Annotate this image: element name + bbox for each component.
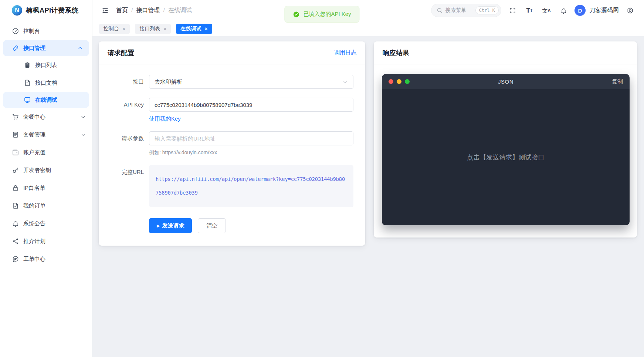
share-icon — [12, 238, 19, 245]
breadcrumb-separator: / — [163, 7, 165, 14]
sidebar-item-tickets[interactable]: 工单中心 — [0, 250, 92, 268]
avatar[interactable]: D — [574, 5, 586, 16]
breadcrumb-item[interactable]: 首页 — [116, 7, 128, 14]
wallet-icon — [12, 149, 19, 156]
tab-控制台[interactable]: 控制台× — [99, 24, 130, 34]
request-config-card: 请求配置 调用日志 接口 去水印解析 — [99, 41, 365, 246]
dashboard-icon — [12, 27, 19, 35]
copy-button[interactable]: 复制 — [612, 78, 623, 85]
api-select-value: 去水印解析 — [155, 78, 182, 85]
toast-notification: 已填入您的API Key — [284, 6, 359, 23]
sidebar-item-api-list[interactable]: 接口列表 — [0, 56, 92, 74]
chevron-down-icon — [80, 114, 86, 120]
sidebar-item-label: 控制台 — [23, 28, 86, 35]
sidebar-item-label: 接口列表 — [35, 62, 86, 69]
sidebar-item-label: 账户充值 — [23, 149, 86, 156]
chevron-down-icon — [342, 79, 348, 85]
translate-icon[interactable]: 文A — [540, 4, 552, 16]
font-size-icon[interactable]: TT — [523, 4, 535, 16]
sidebar: N 楠枫API计费系统 控制台接口管理接口列表接口文档在线调试套餐中心套餐管理账… — [0, 0, 92, 357]
tab-接口列表[interactable]: 接口列表× — [135, 24, 171, 34]
full-url-label: 完整URL — [105, 165, 144, 207]
request-param-hint-row: 例如: https://v.douyin.com/xxx — [149, 149, 353, 156]
response-card-header: 响应结果 — [374, 41, 637, 64]
request-param-input[interactable] — [149, 131, 353, 145]
sidebar-item-dev-key[interactable]: 开发者密钥 — [0, 161, 92, 179]
sidebar-item-plan-center[interactable]: 套餐中心 — [0, 108, 92, 126]
chevron-down-icon — [80, 132, 86, 138]
cart-icon — [12, 113, 19, 121]
sidebar-item-label: 我的订单 — [23, 202, 86, 209]
tab-label: 在线调试 — [180, 26, 201, 32]
clipboard-icon — [24, 61, 31, 69]
breadcrumb-item: 在线调试 — [168, 7, 192, 14]
close-icon[interactable]: × — [163, 26, 166, 31]
close-icon[interactable]: × — [204, 26, 207, 31]
menu-fold-icon[interactable] — [99, 4, 111, 16]
sidebar-item-label: 接口文档 — [35, 80, 86, 87]
play-icon: ▶ — [157, 223, 160, 228]
send-request-button[interactable]: ▶ 发送请求 — [149, 218, 192, 233]
sidebar-item-referral[interactable]: 推介计划 — [0, 232, 92, 250]
sidebar-item-label: 推介计划 — [23, 238, 86, 245]
api-key-row: API Key — [105, 98, 353, 112]
sidebar-item-dashboard[interactable]: 控制台 — [0, 22, 92, 40]
form-actions: ▶ 发送请求 清空 — [149, 218, 353, 233]
request-param-label: 请求参数 — [105, 131, 144, 145]
api-select-row: 接口 去水印解析 — [105, 75, 353, 89]
sidebar-item-announcements[interactable]: 系统公告 — [0, 215, 92, 232]
api-select[interactable]: 去水印解析 — [149, 75, 353, 89]
key-icon — [12, 166, 19, 174]
sidebar-item-plan-manage[interactable]: 套餐管理 — [0, 126, 92, 144]
sidebar-nav: 控制台接口管理接口列表接口文档在线调试套餐中心套餐管理账户充值开发者密钥IP白名… — [0, 21, 92, 269]
sidebar-item-label: 套餐管理 — [23, 131, 80, 138]
use-my-key-link[interactable]: 使用我的Key — [149, 115, 181, 122]
user-name[interactable]: 刀客源码网 — [589, 7, 619, 14]
file-icon — [12, 131, 19, 138]
search-placeholder: 搜索菜单 — [445, 7, 472, 14]
sidebar-item-api-doc[interactable]: 接口文档 — [0, 74, 92, 92]
link-icon — [12, 44, 19, 52]
topbar-right: 搜索菜单 Ctrl K TT 文A D 刀客源码网 — [431, 4, 636, 17]
search-shortcut-badge: Ctrl K — [475, 6, 499, 14]
app-logo-icon: N — [12, 5, 22, 16]
sidebar-item-ip-whitelist[interactable]: IP白名单 — [0, 179, 92, 197]
settings-gear-icon[interactable] — [624, 4, 636, 16]
chevron-up-icon — [77, 45, 83, 51]
request-param-row: 请求参数 — [105, 131, 353, 145]
monitor-icon — [24, 96, 31, 104]
tab-在线调试[interactable]: 在线调试× — [176, 24, 212, 34]
bell-icon — [12, 220, 19, 227]
close-icon[interactable]: × — [122, 26, 125, 31]
response-body: JSON 复制 点击【发送请求】测试接口 — [374, 64, 637, 235]
breadcrumb-separator: / — [131, 7, 133, 14]
lock-icon — [12, 184, 19, 192]
call-log-link[interactable]: 调用日志 — [334, 49, 356, 56]
sidebar-item-label: 开发者密钥 — [23, 167, 86, 174]
request-form: 接口 去水印解析 API Key — [99, 64, 365, 246]
api-key-input[interactable] — [149, 98, 353, 112]
request-card-title: 请求配置 — [108, 48, 134, 57]
app-root: N 楠枫API计费系统 控制台接口管理接口列表接口文档在线调试套餐中心套餐管理账… — [0, 0, 644, 357]
terminal-format-label: JSON — [382, 78, 630, 85]
sidebar-item-recharge[interactable]: 账户充值 — [0, 144, 92, 161]
main-area: 首页/接口管理/在线调试 搜索菜单 Ctrl K TT 文A D 刀客源码网 — [92, 0, 644, 357]
api-key-label: API Key — [105, 98, 144, 112]
sidebar-item-my-orders[interactable]: 我的订单 — [0, 197, 92, 215]
app-title: 楠枫API计费系统 — [26, 6, 79, 15]
notification-bell-icon[interactable] — [557, 4, 569, 16]
breadcrumb: 首页/接口管理/在线调试 — [116, 7, 192, 14]
sidebar-item-label: 工单中心 — [23, 256, 86, 263]
sidebar-item-label: 在线调试 — [35, 97, 83, 104]
sidebar-item-api-manage[interactable]: 接口管理 — [3, 40, 89, 56]
search-input[interactable]: 搜索菜单 Ctrl K — [431, 4, 501, 17]
breadcrumb-item[interactable]: 接口管理 — [136, 7, 160, 14]
sidebar-item-label: 套餐中心 — [23, 114, 80, 121]
full-url-row: 完整URL https://api.nfiii.com/api/open/wat… — [105, 165, 353, 207]
sidebar-item-online-debug[interactable]: 在线调试 — [3, 92, 89, 108]
clear-button[interactable]: 清空 — [198, 218, 226, 233]
fullscreen-icon[interactable] — [506, 4, 518, 16]
response-card-title: 响应结果 — [383, 48, 409, 57]
success-check-icon — [293, 11, 299, 18]
topbar: 首页/接口管理/在线调试 搜索菜单 Ctrl K TT 文A D 刀客源码网 — [92, 0, 644, 21]
